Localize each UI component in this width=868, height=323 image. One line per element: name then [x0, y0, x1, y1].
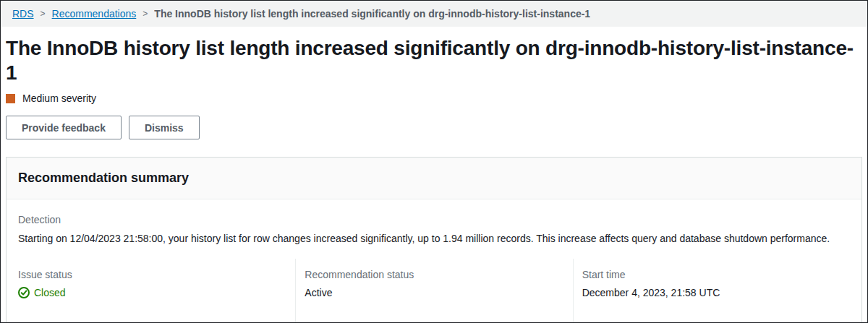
field-label: Start time [582, 267, 838, 282]
field-recommendation-status: Recommendation status Active [295, 259, 572, 316]
card-header: Recommendation summary [7, 158, 861, 199]
summary-field-grid: Issue status Closed Recommendation statu… [18, 259, 850, 323]
severity-badge: Medium severity [6, 92, 862, 104]
issue-status-text: Closed [34, 285, 66, 300]
screenshot-frame: RDS > Recommendations > The InnoDB histo… [0, 0, 868, 323]
detection-field: Detection Starting on 12/04/2023 21:58:0… [18, 212, 850, 246]
field-label: Issue status [18, 267, 284, 282]
field-label: Recommendation status [305, 267, 561, 282]
field-issue-status: Issue status Closed [18, 259, 295, 316]
dismiss-button[interactable]: Dismiss [129, 116, 200, 139]
severity-label: Medium severity [22, 92, 96, 104]
action-buttons: Provide feedback Dismiss [6, 116, 862, 139]
field-value: December 4, 2023, 21:58 UTC [582, 285, 838, 300]
detection-text: Starting on 12/04/2023 21:58:00, your hi… [18, 231, 850, 246]
breadcrumb-separator-icon: > [41, 9, 46, 19]
detection-label: Detection [18, 212, 850, 227]
field-value: Active [305, 285, 561, 300]
page-title: The InnoDB history list length increased… [6, 36, 862, 85]
field-value-issue-status: Closed [18, 285, 284, 300]
field-end-time: End time December 5, 2023, 00:09 UTC [18, 316, 295, 323]
field-db-engine: DB engine Aurora MySQL [573, 316, 850, 323]
main-content: The InnoDB history list length increased… [1, 36, 867, 323]
success-check-icon [18, 287, 30, 298]
medium-severity-icon [6, 94, 15, 103]
breadcrumb-current-page: The InnoDB history list length increased… [154, 8, 590, 20]
card-body: Detection Starting on 12/04/2023 21:58:0… [7, 199, 861, 323]
field-last-modified-time: Last modified time December 6, 2023, 00:… [295, 316, 572, 323]
breadcrumb-separator-icon: > [142, 9, 148, 19]
card-title: Recommendation summary [18, 171, 850, 186]
breadcrumb: RDS > Recommendations > The InnoDB histo… [1, 1, 867, 27]
recommendation-summary-card: Recommendation summary Detection Startin… [6, 157, 862, 323]
breadcrumb-link-recommendations[interactable]: Recommendations [52, 8, 137, 20]
field-start-time: Start time December 4, 2023, 21:58 UTC [573, 259, 850, 316]
breadcrumb-link-rds[interactable]: RDS [12, 8, 34, 20]
provide-feedback-button[interactable]: Provide feedback [6, 116, 122, 139]
